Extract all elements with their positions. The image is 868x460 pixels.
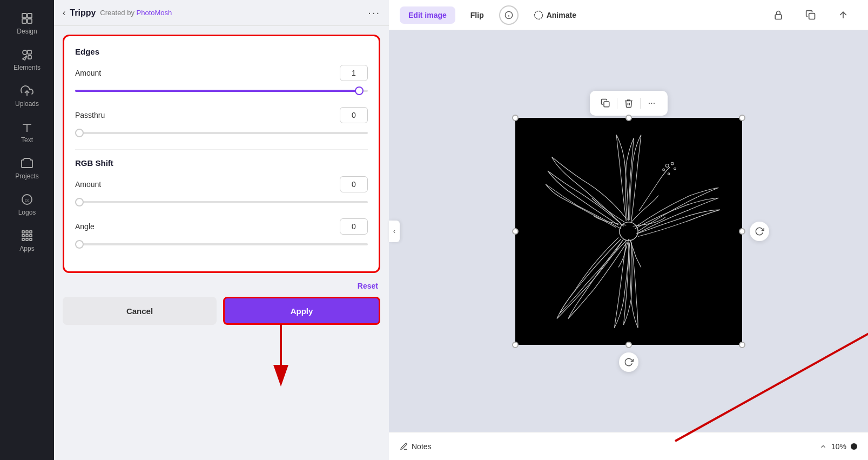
handle-bottom-right[interactable] bbox=[739, 342, 745, 348]
rgb-amount-label: Amount bbox=[75, 180, 101, 189]
sidebar-apps-label: Apps bbox=[19, 245, 34, 252]
info-button[interactable] bbox=[499, 5, 519, 25]
angle-input[interactable] bbox=[340, 218, 368, 235]
svg-rect-31 bbox=[604, 102, 609, 107]
notes-button[interactable]: Notes bbox=[400, 442, 432, 451]
bottom-bar: Notes 10% bbox=[389, 432, 868, 460]
more-image-options-button[interactable]: ··· bbox=[643, 94, 661, 112]
passthru-input[interactable] bbox=[340, 107, 368, 123]
handle-top-middle[interactable] bbox=[625, 115, 632, 121]
design-icon bbox=[21, 12, 33, 25]
notes-icon bbox=[400, 442, 408, 451]
svg-rect-16 bbox=[22, 235, 24, 237]
flower-svg bbox=[526, 129, 731, 334]
svg-rect-5 bbox=[28, 50, 31, 54]
edit-image-button[interactable]: Edit image bbox=[400, 6, 455, 24]
back-button[interactable]: ‹ bbox=[63, 8, 65, 18]
flip-button[interactable]: Flip bbox=[462, 6, 493, 24]
svg-rect-17 bbox=[26, 235, 28, 237]
reset-button[interactable]: Reset bbox=[358, 282, 378, 290]
sidebar-item-elements[interactable]: Elements bbox=[0, 42, 54, 78]
svg-rect-0 bbox=[22, 14, 26, 18]
sidebar-item-design[interactable]: Design bbox=[0, 5, 54, 42]
svg-rect-21 bbox=[30, 238, 32, 241]
text-icon bbox=[21, 121, 33, 134]
sidebar-projects-label: Projects bbox=[15, 172, 38, 180]
projects-icon bbox=[21, 157, 33, 170]
edges-amount-row: Amount bbox=[75, 65, 368, 81]
image-toolbar: ··· bbox=[590, 91, 668, 116]
handle-bottom-left[interactable] bbox=[512, 342, 519, 348]
copy-button[interactable] bbox=[797, 5, 825, 25]
svg-rect-1 bbox=[28, 14, 32, 18]
handle-top-left[interactable] bbox=[512, 115, 519, 121]
action-buttons: Cancel Apply bbox=[63, 297, 380, 325]
duplicate-icon bbox=[601, 98, 610, 108]
notes-label: Notes bbox=[412, 442, 432, 451]
main-area: Edit image Flip Animate bbox=[389, 0, 868, 460]
svg-rect-2 bbox=[22, 19, 26, 23]
svg-rect-32 bbox=[526, 129, 731, 334]
animate-button[interactable]: Animate bbox=[525, 6, 585, 24]
canvas-area: ‹ bbox=[389, 30, 868, 432]
copy-icon bbox=[805, 10, 816, 21]
sidebar-text-label: Text bbox=[21, 136, 33, 144]
sidebar-item-uploads[interactable]: Uploads bbox=[0, 78, 54, 114]
photomosh-link[interactable]: PhotoMosh bbox=[137, 9, 172, 17]
lock-button[interactable] bbox=[764, 5, 792, 25]
handle-middle-right[interactable] bbox=[739, 228, 745, 235]
sidebar-logos-label: Logos bbox=[18, 209, 36, 216]
handle-middle-left[interactable] bbox=[512, 228, 519, 235]
angle-slider[interactable] bbox=[75, 239, 368, 250]
duplicate-image-button[interactable] bbox=[596, 94, 615, 112]
delete-image-button[interactable] bbox=[620, 94, 638, 112]
share-button[interactable] bbox=[829, 5, 857, 25]
top-toolbar: Edit image Flip Animate bbox=[389, 0, 868, 30]
sidebar-design-label: Design bbox=[17, 28, 37, 35]
cancel-button[interactable]: Cancel bbox=[63, 297, 217, 325]
rgb-amount-slider[interactable] bbox=[75, 197, 368, 208]
svg-text:co.: co. bbox=[25, 198, 31, 203]
effects-panel: Edges Amount Passthru RGB Shift Amount bbox=[63, 35, 380, 273]
panel-topbar: ‹ Trippy Created by PhotoMosh ··· bbox=[54, 0, 389, 26]
edges-amount-label: Amount bbox=[75, 69, 101, 77]
passthru-slider[interactable] bbox=[75, 128, 368, 138]
upload-icon bbox=[21, 84, 33, 97]
svg-rect-19 bbox=[22, 238, 24, 241]
zoom-dot bbox=[851, 443, 857, 450]
svg-rect-14 bbox=[26, 231, 28, 233]
refresh-button[interactable] bbox=[619, 352, 638, 372]
svg-marker-6 bbox=[23, 56, 27, 60]
left-panel: ‹ Trippy Created by PhotoMosh ··· Edges … bbox=[54, 0, 389, 460]
info-icon bbox=[504, 11, 513, 19]
more-options-button[interactable]: ··· bbox=[368, 6, 380, 19]
sidebar-item-apps[interactable]: Apps bbox=[0, 223, 54, 259]
collapse-panel-button[interactable]: ‹ bbox=[389, 221, 400, 242]
svg-rect-13 bbox=[22, 231, 24, 233]
rotate-button[interactable] bbox=[750, 222, 769, 241]
sidebar-item-text[interactable]: Text bbox=[0, 114, 54, 150]
svg-rect-7 bbox=[28, 56, 31, 59]
rgb-amount-input[interactable] bbox=[340, 176, 368, 192]
panel-bottom: Reset Cancel Apply bbox=[63, 282, 380, 325]
svg-point-4 bbox=[23, 50, 27, 55]
rgb-shift-title: RGB Shift bbox=[75, 158, 368, 168]
rotate-icon bbox=[755, 226, 764, 236]
svg-rect-18 bbox=[30, 235, 32, 237]
angle-label: Angle bbox=[75, 222, 95, 231]
sidebar-item-projects[interactable]: Projects bbox=[0, 150, 54, 186]
sidebar-item-logos[interactable]: co. Logos bbox=[0, 186, 54, 223]
section-divider bbox=[75, 149, 368, 150]
handle-bottom-middle[interactable] bbox=[625, 342, 632, 348]
edges-title: Edges bbox=[75, 47, 368, 56]
angle-row: Angle bbox=[75, 218, 368, 235]
svg-rect-29 bbox=[809, 13, 815, 19]
apply-button[interactable]: Apply bbox=[223, 297, 380, 325]
rgb-amount-row: Amount bbox=[75, 176, 368, 192]
sidebar-elements-label: Elements bbox=[14, 64, 41, 71]
chevron-up-icon bbox=[819, 443, 827, 450]
edges-amount-slider[interactable] bbox=[75, 85, 368, 96]
refresh-icon bbox=[624, 357, 634, 367]
handle-top-right[interactable] bbox=[739, 115, 745, 121]
edges-amount-input[interactable] bbox=[340, 65, 368, 81]
